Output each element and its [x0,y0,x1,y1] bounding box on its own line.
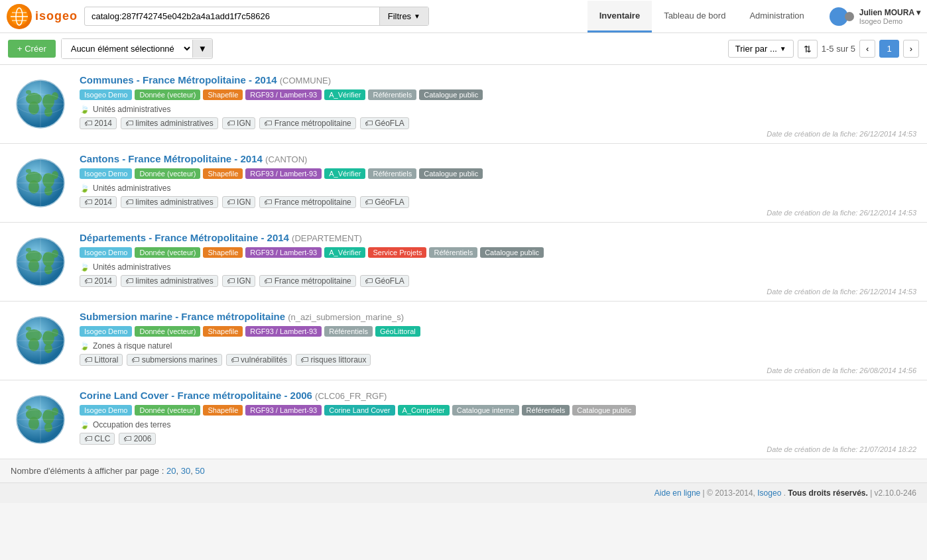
card-title[interactable]: Communes - France Métropolitaine - 2014 … [80,74,916,85]
tags-list: Isogeo DemoDonnée (vecteur)ShapefileRGF9… [80,247,916,258]
page-next-button[interactable]: › [903,40,919,58]
card-date: Date de création de la fiche: 21/07/2014… [767,445,916,453]
tag: Isogeo Demo [80,247,132,258]
sort-button[interactable]: Trier par ... ▼ [728,40,794,58]
items-30-link[interactable]: 30 [181,466,190,476]
card-thumbnail [11,390,70,449]
card-date: Date de création de la fiche: 26/12/2014… [767,288,916,296]
user-org: Isogeo Demo [859,17,920,25]
type-code: (n_azi_submersion_marine_s) [288,312,404,322]
tag: Isogeo Demo [80,89,132,100]
card-title[interactable]: Cantons - France Métropolitaine - 2014 (… [80,153,916,164]
type-code: (CLC06_FR_RGF) [315,391,387,401]
header: isogeo Filtres ▼ Inventaire Tableau de b… [0,0,927,33]
tag: Shapefile [203,89,243,100]
tag: RGF93 / Lambert-93 [245,247,322,258]
card-title[interactable]: Départements - France Métropolitaine - 2… [80,232,916,243]
keyword-tag: 🏷 France métropolitaine [259,275,355,287]
tag: Référentiels [429,247,477,258]
result-card: Départements - France Métropolitaine - 2… [0,223,927,302]
keyword-tag: 🏷 limites administratives [121,117,218,129]
filter-button[interactable]: Filtres ▼ [379,7,428,25]
tag: A_Compléter [398,405,450,416]
results-list: Communes - France Métropolitaine - 2014 … [0,65,927,459]
card-title[interactable]: Submersion marine - France métropolitain… [80,311,916,322]
tag: Shapefile [203,326,243,337]
svg-point-55 [29,417,39,430]
card-title[interactable]: Corine Land Cover - France métropolitain… [80,390,916,401]
tag: RGF93 / Lambert-93 [245,168,322,179]
tag: Shapefile [203,168,243,179]
tag: Donnée (vecteur) [135,326,200,337]
search-input[interactable] [85,7,379,25]
card-keywords: 🏷 Littoral🏷 submersions marines🏷 vulnéra… [80,354,916,366]
svg-point-43 [29,338,39,351]
isogeo-link[interactable]: Isogeo [757,488,781,498]
keyword-tag: 🏷 GéoFLA [360,275,409,287]
card-thumbnail [11,74,70,134]
tag: Isogeo Demo [80,405,132,416]
card-keywords: 🏷 2014🏷 limites administratives🏷 IGN🏷 Fr… [80,196,916,208]
user-menu[interactable]: Julien MOURA ▾ Isogeo Demo [830,7,920,26]
chevron-down-icon: ▼ [414,13,420,20]
keyword-tag: 🏷 2014 [80,196,117,208]
page-current: 1 [879,40,898,58]
tag: Donnée (vecteur) [135,168,200,179]
keyword-tag: 🏷 limites administratives [121,275,218,287]
svg-point-47 [26,327,31,331]
page-prev-button[interactable]: ‹ [859,40,875,58]
tag: Catalogue public [419,89,483,100]
card-date: Date de création de la fiche: 26/12/2014… [767,130,916,138]
keyword-tag: 🏷 vulnérabilités [226,354,292,366]
logo-text: isogeo [35,9,78,23]
leaf-icon: 🍃 [80,262,90,272]
leaf-icon: 🍃 [80,184,90,193]
tag: Isogeo Demo [80,326,132,337]
svg-point-7 [29,101,39,115]
items-50-link[interactable]: 50 [195,466,204,476]
tag: GéoLittoral [375,326,420,337]
keyword-tag: 🏷 IGN [222,196,256,208]
toolbar: + Créer Aucun élément sélectionné ▼ Trie… [0,33,927,65]
logo[interactable]: isogeo [7,4,78,29]
card-body: Communes - France Métropolitaine - 2014 … [80,74,916,129]
card-theme: 🍃 Occupation des terres [80,420,916,429]
tag: Corine Land Cover [324,405,395,416]
card-keywords: 🏷 CLC🏷 2006 [80,433,916,445]
tag: Shapefile [203,405,243,416]
tag: Service Projets [368,247,426,258]
card-theme: 🍃 Unités administratives [80,262,916,272]
items-20-link[interactable]: 20 [166,466,176,476]
tag: RGF93 / Lambert-93 [245,405,322,416]
leaf-icon: 🍃 [80,341,90,351]
tag: Catalogue interne [452,405,519,416]
svg-point-59 [26,406,31,410]
tag: Référentiels [368,168,416,179]
avatar-secondary [845,12,854,21]
user-info: Julien MOURA ▾ Isogeo Demo [859,8,920,25]
items-per-page: Nombre d'éléments à afficher par page : … [0,459,927,482]
search-bar: Filtres ▼ [84,7,429,26]
tag: RGF93 / Lambert-93 [245,89,322,100]
keyword-tag: 🏷 risques littoraux [296,354,371,366]
nav-tab-tableau[interactable]: Tableau de bord [652,1,737,32]
svg-point-57 [44,423,52,432]
nav-tab-administration[interactable]: Administration [737,1,816,32]
svg-point-11 [26,90,31,94]
selection-dropdown-button[interactable]: ▼ [192,40,212,58]
create-button[interactable]: + Créer [8,40,56,58]
tag: Référentiels [368,89,416,100]
help-link[interactable]: Aide en ligne [654,488,700,498]
chevron-down-icon: ▼ [780,45,786,52]
user-name: Julien MOURA ▾ [859,8,920,17]
keyword-tag: 🏷 limites administratives [121,196,218,208]
selection-select[interactable]: Aucun élément sélectionné [62,39,192,58]
result-card: Communes - France Métropolitaine - 2014 … [0,65,927,144]
tag: A_Vérifier [324,247,365,258]
sort-direction-button[interactable]: ⇅ [798,40,818,58]
keyword-tag: 🏷 GéoFLA [360,117,409,129]
nav-tab-inventaire[interactable]: Inventaire [587,1,652,32]
keyword-tag: 🏷 France métropolitaine [259,196,355,208]
tag: Catalogue public [572,405,636,416]
card-body: Cantons - France Métropolitaine - 2014 (… [80,153,916,208]
